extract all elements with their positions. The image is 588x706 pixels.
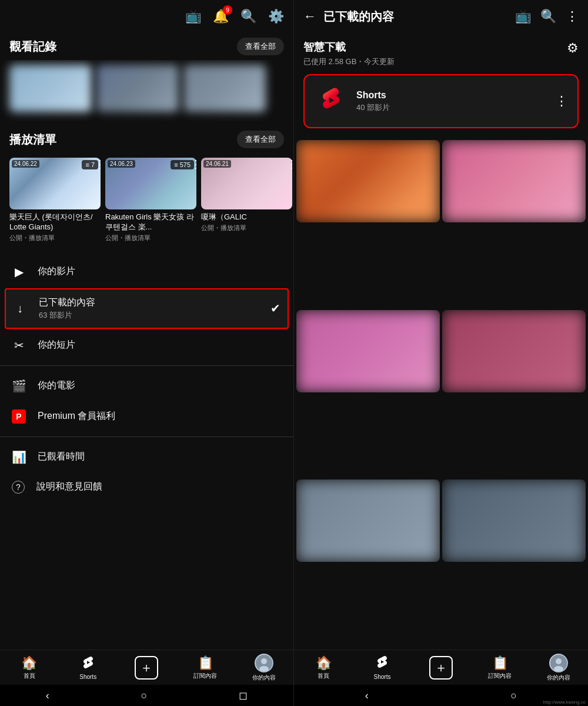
nav-shorts-left[interactable]: Shorts	[59, 655, 118, 680]
nav-you-right[interactable]: 你的內容	[529, 654, 588, 682]
playlist-date-3: 24.06.21	[203, 160, 231, 168]
playlist-thumbnails: 24.06.22 ≡7 樂天巨人 (롯데자이언츠/ Lotte Giants) …	[0, 153, 293, 247]
play-icon: ▶	[12, 265, 26, 279]
playlist-date-2: 24.06.23	[108, 160, 135, 168]
menu-your-movies[interactable]: 🎬 你的電影	[0, 371, 293, 401]
home-btn-right[interactable]: ○	[510, 690, 517, 702]
cast-icon[interactable]: 📺	[185, 9, 201, 24]
video-thumb-5[interactable]	[296, 479, 440, 562]
shorts-icon-left	[81, 655, 95, 672]
menu-section: ▶ 你的影片 ↓ 已下載的內容 63 部影片 ✔ ✂ 你的短片 🎬	[0, 252, 293, 650]
home-icon-right: 🏠	[316, 655, 332, 671]
playlist-item-3[interactable]: 24.06.21 嗄琳（GALIC 公開・播放清單 ⋮	[201, 158, 292, 242]
notification-badge: 9	[223, 5, 232, 15]
right-header-icons: 📺 🔍 ⋮	[515, 9, 579, 24]
history-thumb-2[interactable]	[96, 65, 179, 112]
search-icon-right[interactable]: 🔍	[540, 9, 556, 24]
shorts-card-name: Shorts	[356, 90, 546, 101]
menu-watch-time[interactable]: 📊 已觀看時間	[0, 442, 293, 472]
video-thumb-6[interactable]	[442, 479, 586, 562]
video-thumb-2[interactable]	[442, 140, 586, 222]
menu-premium[interactable]: P Premium 會員福利	[0, 401, 293, 432]
nav-add-left[interactable]: ＋	[118, 656, 176, 680]
menu-downloaded-label: 已下載的內容	[39, 297, 259, 309]
cast-icon-right[interactable]: 📺	[515, 9, 531, 24]
nav-subscriptions-label-left: 訂閱內容	[193, 672, 217, 680]
video-grid	[294, 138, 588, 650]
left-bottom-nav: 🏠 首頁 Shorts ＋ 📋 訂閱內容	[0, 650, 293, 685]
watch-history-see-all[interactable]: 查看全部	[237, 38, 284, 55]
smart-download-title: 智慧下載	[303, 40, 346, 54]
subscriptions-icon-right: 📋	[492, 655, 508, 671]
add-button-right[interactable]: ＋	[429, 656, 453, 680]
history-thumb-1[interactable]	[9, 65, 92, 112]
back-button-right[interactable]: ←	[303, 9, 316, 24]
playlist-meta-1: 公開・播放清單	[9, 234, 101, 242]
menu-downloaded-count: 63 部影片	[39, 310, 259, 321]
svg-point-5	[556, 658, 562, 664]
watch-history-thumbnails	[0, 60, 293, 121]
playlist-more-3[interactable]: ⋮	[286, 158, 293, 171]
nav-home-left[interactable]: 🏠 首頁	[0, 655, 59, 680]
settings-icon[interactable]: ⚙️	[268, 9, 284, 24]
menu-your-videos[interactable]: ▶ 你的影片	[0, 257, 293, 287]
right-bottom-nav: 🏠 首頁 Shorts ＋ 📋 訂閱內容	[294, 650, 588, 685]
left-panel: 📺 🔔 9 🔍 ⚙️ 觀看記錄 查看全部 播放清單 查看全部 24.06.22	[0, 0, 294, 706]
smart-download-gear[interactable]: ⚙	[567, 41, 579, 56]
more-icon-right[interactable]: ⋮	[566, 9, 579, 24]
shorts-card-info: Shorts 40 部影片	[356, 90, 546, 113]
playlist-see-all[interactable]: 查看全部	[237, 131, 284, 148]
video-thumb-4[interactable]	[442, 310, 586, 392]
help-icon: ?	[12, 481, 25, 494]
download-icon: ↓	[13, 302, 27, 315]
right-panel-title: 已下載的內容	[323, 9, 508, 25]
add-button-left[interactable]: ＋	[135, 656, 158, 680]
shorts-card[interactable]: Shorts 40 部影片 ⋮	[303, 74, 579, 128]
shorts-icon-right	[375, 655, 389, 672]
divider-2	[0, 437, 293, 437]
bell-icon[interactable]: 🔔 9	[213, 9, 229, 24]
recent-btn-left[interactable]: ◻	[239, 689, 248, 702]
menu-help[interactable]: ? 說明和意見回饋	[0, 472, 293, 502]
playlist-more-1[interactable]: ⋮	[95, 158, 105, 171]
playlist-meta-2: 公開・播放清單	[105, 234, 196, 242]
right-header: ← 已下載的內容 📺 🔍 ⋮	[294, 0, 588, 33]
playlist-item-2[interactable]: 24.06.23 ≡575 Rakuten Girls 樂天女孩 라쿠텐걸스 楽…	[105, 158, 196, 242]
nav-home-right[interactable]: 🏠 首頁	[294, 655, 353, 680]
video-thumb-3[interactable]	[296, 310, 440, 392]
home-btn-left[interactable]: ○	[141, 690, 148, 702]
nav-shorts-right[interactable]: Shorts	[353, 655, 412, 680]
shorts-more-btn[interactable]: ⋮	[555, 94, 568, 109]
watch-history-header: 觀看記錄 查看全部	[0, 33, 293, 60]
history-thumb-3[interactable]	[183, 65, 266, 112]
scissors-icon: ✂	[12, 338, 26, 352]
menu-downloaded[interactable]: ↓ 已下載的內容 63 部影片 ✔	[5, 288, 289, 329]
film-icon: 🎬	[12, 379, 26, 393]
search-icon[interactable]: 🔍	[240, 9, 256, 24]
nav-subscriptions-left[interactable]: 📋 訂閱內容	[176, 655, 235, 680]
smart-download-meta: 已使用 2.58 GB・今天更新	[303, 56, 579, 67]
nav-subscriptions-right[interactable]: 📋 訂閱內容	[470, 655, 529, 680]
playlist-name-3: 嗄琳（GALIC	[201, 212, 292, 222]
back-btn-left[interactable]: ‹	[46, 690, 49, 702]
playlist-meta-3: 公開・播放清單	[201, 224, 292, 232]
video-thumb-1[interactable]	[296, 140, 440, 222]
watch-history-title: 觀看記錄	[9, 39, 56, 55]
menu-your-shorts[interactable]: ✂ 你的短片	[0, 330, 293, 361]
nav-shorts-label-left: Shorts	[79, 674, 96, 680]
subscriptions-icon-left: 📋	[198, 655, 213, 671]
playlist-name-1: 樂天巨人 (롯데자이언츠/ Lotte Giants)	[9, 212, 101, 232]
nav-home-label-right: 首頁	[318, 672, 329, 680]
menu-your-shorts-label: 你的短片	[38, 339, 282, 351]
playlist-date-1: 24.06.22	[12, 160, 39, 168]
playlist-item-1[interactable]: 24.06.22 ≡7 樂天巨人 (롯데자이언츠/ Lotte Giants) …	[9, 158, 101, 242]
nav-you-label-right: 你的內容	[547, 674, 570, 682]
nav-add-right[interactable]: ＋	[412, 656, 470, 680]
menu-help-label: 說明和意見回饋	[36, 481, 282, 493]
nav-subscriptions-label-right: 訂閱內容	[488, 672, 512, 680]
checkmark-icon: ✔	[270, 301, 280, 315]
back-btn-right[interactable]: ‹	[365, 690, 369, 702]
premium-icon: P	[12, 409, 26, 424]
playlist-more-2[interactable]: ⋮	[191, 158, 201, 171]
nav-you-left[interactable]: 你的內容	[235, 654, 293, 682]
